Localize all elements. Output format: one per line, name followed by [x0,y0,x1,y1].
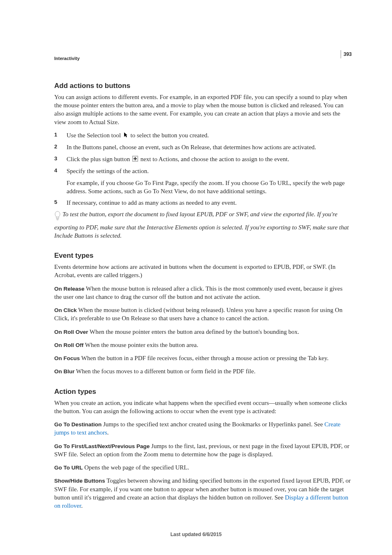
event-on-blur: On Blur When the focus moves to a differ… [54,367,351,375]
event-on-focus: On Focus When the button in a PDF file r… [54,354,351,362]
action-goto-url: Go To URL Opens the web page of the spec… [54,463,351,472]
desc-goto-destination-a: Jumps to the specified text anchor creat… [101,421,324,428]
step-2: In the Buttons panel, choose an event, s… [54,143,351,151]
tip-paragraph: To test the button, export the document … [54,210,351,240]
heading-action-types: Action types [54,387,351,397]
steps-list: Use the Selection tool to select the but… [54,131,351,207]
running-header: Interactivity [54,56,351,62]
term-on-blur: On Blur [54,368,75,375]
desc-show-hide-b: . [81,502,83,509]
term-goto-destination: Go To Destination [54,421,101,428]
step-3: Click the plus sign button next to Actio… [54,155,351,164]
heading-add-actions: Add actions to buttons [54,81,351,91]
lightbulb-icon [54,211,61,223]
desc-on-click: When the mouse button is clicked (withou… [54,307,342,321]
step-3-text-b: next to Actions, and choose the action t… [139,156,289,162]
step-4-sub: For example, if you choose Go To First P… [67,179,351,196]
svg-rect-2 [134,158,137,159]
term-show-hide: Show/Hide Buttons [54,478,105,484]
desc-goto-url: Opens the web page of the specified URL. [83,464,189,471]
step-1-text-a: Use the Selection tool [67,132,122,139]
action-intro: When you create an action, you indicate … [54,399,351,416]
event-on-release: On Release When the mouse button is rele… [54,284,351,301]
intro-paragraph: You can assign actions to different even… [54,93,351,126]
event-on-click: On Click When the mouse button is clicke… [54,306,351,323]
desc-goto-destination-b: . [107,429,109,436]
event-on-rolloff: On Roll Off When the mouse pointer exits… [54,341,351,349]
document-page: 393 Interactivity Add actions to buttons… [0,0,392,555]
term-on-focus: On Focus [54,355,80,361]
event-on-rollover: On Roll Over When the mouse pointer ente… [54,328,351,336]
term-goto-page: Go To First/Last/Next/Previous Page [54,443,150,449]
term-on-rollover: On Roll Over [54,329,88,335]
heading-event-types: Event types [54,251,351,261]
event-intro: Events determine how actions are activat… [54,263,351,280]
step-1: Use the Selection tool to select the but… [54,131,351,140]
svg-point-3 [55,211,60,217]
action-show-hide: Show/Hide Buttons Toggles between showin… [54,476,351,510]
step-5: If necessary, continue to add as many ac… [54,199,351,207]
desc-on-rolloff: When the mouse pointer exits the button … [83,342,198,348]
term-on-click: On Click [54,307,77,313]
desc-on-focus: When the button in a PDF file receives f… [80,355,328,361]
tip-text: To test the button, export the document … [54,211,349,239]
action-goto-page: Go To First/Last/Next/Previous Page Jump… [54,442,351,459]
desc-on-rollover: When the mouse pointer enters the button… [88,328,300,335]
term-on-release: On Release [54,286,85,292]
step-4: Specify the settings of the action. For … [54,167,351,195]
page-number: 393 [341,50,352,58]
action-goto-destination: Go To Destination Jumps to the specified… [54,420,351,437]
plus-sign-icon [132,155,138,164]
selection-tool-icon [123,132,128,140]
step-1-text-b: to select the button you created. [129,132,209,139]
step-4-text: Specify the settings of the action. [67,168,149,174]
term-goto-url: Go To URL [54,465,83,471]
term-on-rolloff: On Roll Off [54,342,83,348]
desc-on-release: When the mouse button is released after … [54,285,343,300]
step-3-text-a: Click the plus sign button [67,156,131,162]
desc-on-blur: When the focus moves to a different butt… [75,368,256,375]
footer-last-updated: Last updated 6/6/2015 [0,531,392,538]
